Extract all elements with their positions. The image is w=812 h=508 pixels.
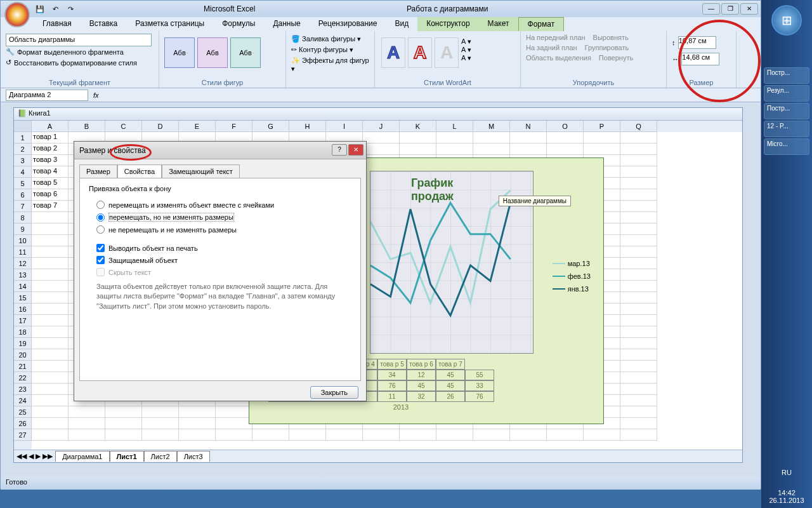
dialog-tab-alt-text[interactable]: Замещающий текст — [162, 164, 240, 178]
text-effects-button[interactable]: A ▾ — [461, 54, 471, 62]
group-label: Размер — [667, 79, 736, 86]
align-button[interactable]: Выровнять — [593, 34, 629, 41]
tab-layout[interactable]: Макет — [479, 17, 518, 31]
selection-pane-button[interactable]: Область выделения — [526, 54, 591, 62]
group-label: Стили фигур — [159, 79, 285, 86]
group-label: Текущий фрагмент — [1, 79, 159, 86]
text-fill-button[interactable]: A ▾ — [461, 37, 471, 46]
x-axis-title: 2013 — [268, 403, 534, 411]
chart-title[interactable]: График продаж — [411, 177, 492, 203]
dialog-title-bar[interactable]: Размер и свойства ? ✕ — [74, 142, 366, 159]
wordart-styles-group: А А А A ▾ A ▾ A ▾ Стили WordArt — [375, 31, 521, 88]
windows-taskbar: ⊞ Постр... Резул... Постр... 12 - P... M… — [761, 0, 812, 508]
positioning-section-label: Привязка объекта к фону — [89, 185, 351, 192]
sheet-tab[interactable]: Лист2 — [144, 451, 177, 462]
system-tray[interactable]: RU 14:42 26.11.2013 — [761, 469, 812, 504]
column-headers: ABCDEFGHIJKLMNOPQ — [32, 121, 742, 132]
format-selection-icon: 🔧 — [6, 48, 15, 56]
undo-icon[interactable]: ↶ — [49, 3, 62, 15]
taskbar-item[interactable]: Постр... — [764, 103, 809, 119]
arrange-group: На передний планВыровнять На задний план… — [521, 31, 667, 88]
tab-insert[interactable]: Вставка — [81, 17, 127, 31]
title-bar: 💾 ↶ ↷ Microsoft Excel Работа с диаграмма… — [1, 1, 761, 17]
group-label: Стили WordArt — [375, 79, 520, 86]
check-hide-text — [96, 268, 105, 276]
radio-move-size[interactable] — [96, 201, 105, 209]
tab-view[interactable]: Вид — [386, 17, 417, 31]
wordart-style-2[interactable]: А — [408, 37, 432, 68]
taskbar-item[interactable]: Постр... — [764, 67, 809, 84]
quick-access-toolbar: 💾 ↶ ↷ — [34, 3, 77, 15]
shape-style-1[interactable]: Абв — [164, 37, 195, 68]
plot-area[interactable]: График продаж Название диаграммы — [370, 171, 534, 354]
minimize-button[interactable]: — — [702, 3, 720, 15]
wordart-style-3[interactable]: А — [435, 37, 459, 68]
radio-no-move[interactable] — [96, 225, 105, 234]
name-box[interactable]: Диаграмма 2 — [6, 90, 88, 101]
sheet-nav[interactable]: ◀◀ ◀ ▶ ▶▶ — [14, 452, 55, 460]
format-selection-button[interactable]: 🔧Формат выделенного фрагмента — [6, 46, 154, 57]
dialog-help-button[interactable]: ? — [332, 144, 347, 156]
height-icon: ↕ — [672, 39, 676, 46]
current-selection-group: Область диаграммы 🔧Формат выделенного фр… — [1, 31, 159, 88]
tab-design[interactable]: Конструктор — [417, 17, 478, 31]
tab-data[interactable]: Данные — [264, 17, 309, 31]
check-locked[interactable] — [96, 256, 105, 264]
protection-info-text: Защита объектов действует только при вкл… — [89, 282, 351, 311]
taskbar-item[interactable]: Резул... — [764, 85, 809, 102]
taskbar-item[interactable]: Micro... — [764, 138, 809, 155]
dialog-tab-size[interactable]: Размер — [79, 164, 117, 178]
dialog-tab-properties[interactable]: Свойства — [117, 164, 162, 178]
chart-element-dropdown[interactable]: Область диаграммы — [6, 34, 152, 46]
fx-icon[interactable]: fx — [93, 91, 99, 99]
group-label: Упорядочить — [521, 79, 666, 86]
radio-move-only[interactable] — [96, 213, 105, 222]
maximize-button[interactable]: ❐ — [721, 3, 739, 15]
redo-icon[interactable]: ↷ — [64, 3, 77, 15]
tab-review[interactable]: Рецензирование — [310, 17, 386, 31]
sheet-tab[interactable]: Лист3 — [177, 451, 210, 462]
check-print[interactable] — [96, 244, 105, 252]
shape-fill-button[interactable]: 🪣 Заливка фигуры ▾ — [291, 34, 369, 44]
send-back-button[interactable]: На задний план — [526, 44, 577, 51]
start-button[interactable]: ⊞ — [771, 5, 802, 36]
formula-bar: Диаграмма 2 fx — [1, 88, 761, 102]
sheet-tab[interactable]: Лист1 — [110, 451, 144, 462]
ribbon-tabs: Главная Вставка Разметка страницы Формул… — [1, 17, 761, 31]
tab-format[interactable]: Формат — [518, 17, 565, 31]
close-button[interactable]: ✕ — [740, 3, 758, 15]
reset-style-button[interactable]: ↺Восстановить форматирование стиля — [6, 57, 154, 68]
tab-formulas[interactable]: Формулы — [213, 17, 264, 31]
shape-style-3[interactable]: Абв — [230, 37, 261, 68]
sheet-tab[interactable]: Диаграмма1 — [55, 451, 109, 462]
status-bar: Готово — [1, 477, 761, 490]
rotate-button[interactable]: Повернуть — [599, 54, 633, 62]
shape-style-2[interactable]: Абв — [197, 37, 228, 68]
text-outline-button[interactable]: A ▾ — [461, 46, 471, 54]
dialog-close-action-button[interactable]: Закрыть — [310, 386, 358, 399]
row-headers: 1234567891011121314151617181920212223242… — [14, 121, 32, 451]
width-input[interactable]: 14,68 см — [681, 53, 719, 65]
size-properties-dialog: Размер и свойства ? ✕ Размер Свойства За… — [74, 141, 367, 401]
legend-item: мар.13 — [553, 260, 591, 267]
workbook-title: 📗 Книга1 — [14, 108, 742, 121]
tab-page-layout[interactable]: Разметка страницы — [126, 17, 213, 31]
office-button[interactable] — [4, 2, 30, 27]
shape-outline-button[interactable]: ✏ Контур фигуры ▾ — [291, 44, 369, 55]
size-group: ↕10,87 см ↔14,68 см Размер — [667, 31, 737, 88]
legend-item: янв.13 — [553, 285, 591, 293]
dialog-close-button[interactable]: ✕ — [348, 144, 363, 156]
group-button[interactable]: Группировать — [585, 44, 629, 51]
chart-title-tooltip: Название диаграммы — [499, 196, 571, 206]
bring-front-button[interactable]: На передний план — [526, 34, 586, 41]
shape-styles-group: Абв Абв Абв Стили фигур — [159, 31, 286, 88]
height-input[interactable]: 10,87 см — [678, 36, 716, 49]
tab-home[interactable]: Главная — [34, 17, 81, 31]
taskbar-item[interactable]: 12 - P... — [764, 121, 809, 137]
dialog-tabs: Размер Свойства Замещающий текст — [74, 159, 366, 178]
chart-legend[interactable]: мар.13 фев.13 янв.13 — [553, 260, 591, 298]
wordart-style-1[interactable]: А — [381, 37, 405, 68]
app-title: Microsoft Excel — [204, 4, 255, 13]
shape-effects-button[interactable]: ✨ Эффекты для фигур ▾ — [291, 55, 369, 74]
save-icon[interactable]: 💾 — [34, 3, 46, 15]
